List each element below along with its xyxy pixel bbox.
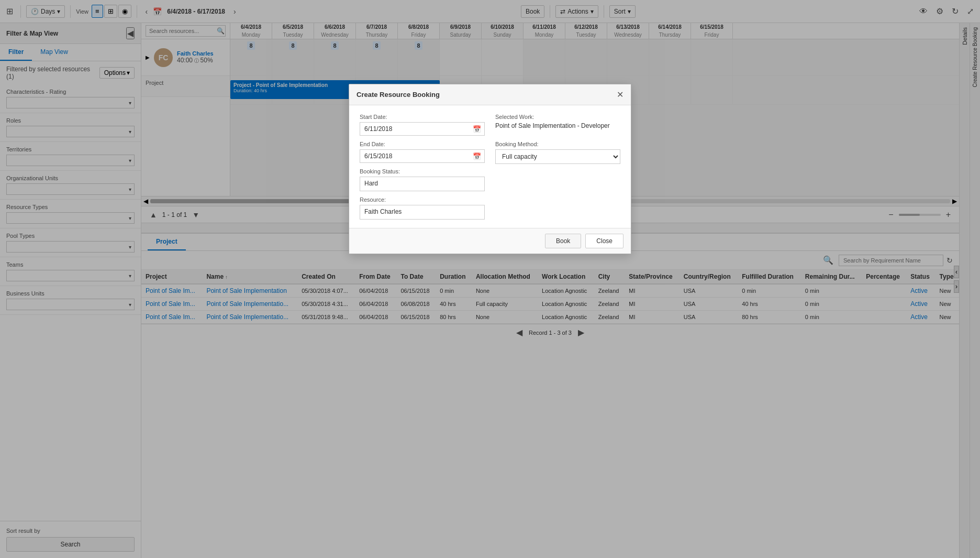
form-start-date: Start Date: 📅 — [360, 114, 485, 136]
modal-title: Create Resource Booking — [357, 91, 440, 99]
form-end-date: End Date: 📅 — [360, 141, 485, 163]
modal-book-btn[interactable]: Book — [545, 234, 581, 248]
start-date-calendar-icon[interactable]: 📅 — [470, 123, 484, 135]
create-resource-booking-modal: Create Resource Booking ✕ Start Date: 📅 … — [349, 84, 631, 254]
modal-left-col: Start Date: 📅 End Date: 📅 — [360, 114, 485, 220]
modal-overlay: Create Resource Booking ✕ Start Date: 📅 … — [0, 0, 980, 558]
end-date-label: End Date: — [360, 141, 485, 147]
booking-method-select[interactable]: Full capacity Remaining capacity Percent… — [495, 149, 620, 164]
selected-work-label: Selected Work: — [495, 114, 620, 120]
start-date-input[interactable] — [360, 123, 470, 135]
start-date-label: Start Date: — [360, 114, 485, 120]
resource-value: Faith Charles — [360, 205, 485, 220]
form-booking-status: Booking Status: Hard — [360, 168, 485, 191]
booking-status-label: Booking Status: — [360, 168, 485, 174]
form-booking-method: Booking Method: Full capacity Remaining … — [495, 141, 620, 164]
resource-label: Resource: — [360, 196, 485, 203]
start-date-wrapper: 📅 — [360, 122, 485, 136]
form-selected-work: Selected Work: Point of Sale Implementat… — [495, 114, 620, 129]
modal-close-footer-btn[interactable]: Close — [585, 234, 623, 248]
end-date-wrapper: 📅 — [360, 149, 485, 163]
booking-status-value: Hard — [360, 177, 485, 191]
end-date-input[interactable] — [360, 150, 470, 162]
booking-method-label: Booking Method: — [495, 141, 620, 147]
modal-body: Start Date: 📅 End Date: 📅 — [349, 105, 631, 228]
modal-header: Create Resource Booking ✕ — [349, 84, 631, 105]
modal-right-col: Selected Work: Point of Sale Implementat… — [495, 114, 620, 220]
modal-close-btn[interactable]: ✕ — [617, 90, 623, 100]
form-resource: Resource: Faith Charles — [360, 196, 485, 220]
selected-work-value: Point of Sale Implementation - Developer — [495, 122, 620, 129]
end-date-calendar-icon[interactable]: 📅 — [470, 150, 484, 162]
modal-form-grid: Start Date: 📅 End Date: 📅 — [360, 114, 620, 220]
modal-footer: Book Close — [349, 228, 631, 254]
